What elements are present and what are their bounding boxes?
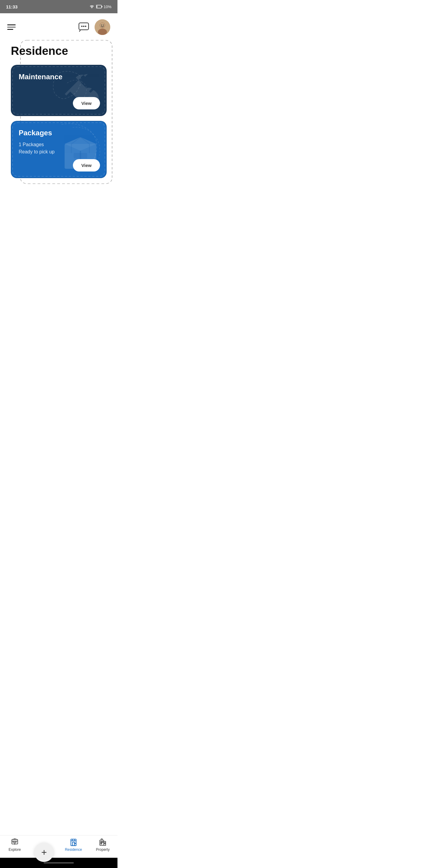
- packages-count: 1 Packages: [19, 142, 99, 147]
- svg-rect-1: [96, 6, 97, 8]
- header-right: [77, 19, 110, 35]
- svg-rect-2: [101, 6, 102, 7]
- svg-point-6: [85, 26, 86, 27]
- packages-text: Packages 1 Packages Ready to pick up: [19, 129, 99, 155]
- packages-status: Ready to pick up: [19, 149, 99, 155]
- main-content: Residence Maintenance: [0, 40, 118, 239]
- status-time: 11:33: [6, 4, 18, 9]
- status-bar: 11:33 10%: [0, 0, 118, 13]
- maintenance-view-button[interactable]: View: [73, 97, 100, 110]
- svg-point-11: [101, 25, 102, 26]
- svg-point-9: [98, 29, 107, 35]
- svg-point-12: [103, 25, 104, 26]
- app-header: [0, 13, 118, 40]
- chat-button[interactable]: [77, 21, 90, 34]
- battery-percent: 10%: [104, 4, 111, 9]
- packages-title: Packages: [19, 129, 99, 137]
- maintenance-title: Maintenance: [19, 73, 99, 81]
- cards-list: Maintenance View: [11, 65, 107, 178]
- maintenance-card[interactable]: Maintenance View: [11, 65, 107, 116]
- svg-point-4: [81, 26, 83, 27]
- svg-point-5: [83, 26, 84, 27]
- wifi-icon: [90, 4, 94, 9]
- status-icons: 10%: [90, 4, 111, 9]
- avatar[interactable]: [95, 19, 110, 35]
- page-title: Residence: [11, 40, 107, 65]
- dashed-section: Residence Maintenance: [11, 40, 107, 178]
- battery-icon: 10%: [96, 4, 111, 9]
- packages-view-button[interactable]: View: [73, 159, 100, 172]
- maintenance-text: Maintenance: [19, 73, 99, 81]
- packages-card[interactable]: Packages 1 Packages Ready to pick up Vie…: [11, 121, 107, 178]
- menu-button[interactable]: [7, 24, 16, 30]
